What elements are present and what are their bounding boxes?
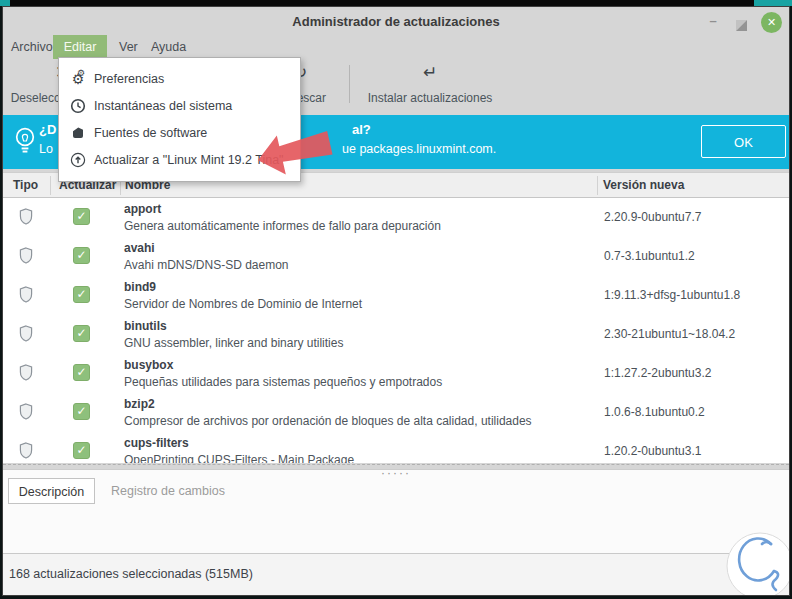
security-shield-icon — [19, 325, 33, 346]
install-updates-button[interactable]: ↵ Instalar actualizaciones — [360, 61, 500, 111]
maximize-button[interactable] — [736, 17, 747, 28]
table-row[interactable]: bind9 Servidor de Nombres de Dominio de … — [3, 276, 789, 315]
software-sources-icon — [69, 124, 87, 142]
ok-button[interactable]: OK — [701, 125, 786, 158]
pane-splitter[interactable] — [3, 464, 789, 465]
update-checkbox[interactable] — [73, 364, 90, 381]
selected-updates-status: 168 actualizaciones seleccionadas (515MB… — [9, 567, 253, 581]
menuitem-instantaneas-del-sistema[interactable]: Instantáneas del sistema — [59, 92, 300, 119]
update-checkbox[interactable] — [73, 247, 90, 264]
package-description: OpenPrinting CUPS-Filters - Main Package — [124, 453, 354, 463]
close-button[interactable]: ✕ — [761, 12, 782, 33]
security-shield-icon — [19, 208, 33, 229]
toolbar-separator — [349, 65, 350, 103]
table-row[interactable]: bzip2 Compresor de archivos por ordenaci… — [3, 393, 789, 432]
package-description: Avahi mDNS/DNS-SD daemon — [124, 258, 289, 272]
package-description: Pequeñas utilidades para sistemas pequeñ… — [124, 375, 442, 389]
security-shield-icon — [19, 403, 33, 424]
package-name: bzip2 — [124, 397, 155, 411]
security-shield-icon — [19, 442, 33, 463]
package-new-version: 1.0.6-8.1ubuntu0.2 — [604, 405, 705, 419]
menu-ayuda[interactable]: Ayuda — [143, 35, 194, 59]
upgrade-arrow-icon — [69, 151, 87, 169]
update-manager-window: Administrador de actualizaciones – ✕ Arc… — [2, 6, 790, 596]
splitter-grip-dots[interactable]: ····· — [3, 468, 789, 478]
update-checkbox[interactable] — [73, 403, 90, 420]
infobar-body-fragment-right: ue packages.linuxmint.com. — [342, 142, 496, 156]
table-row[interactable]: binutils GNU assembler, linker and binar… — [3, 315, 789, 354]
details-panel: ····· Descripción Registro de cambios — [3, 469, 789, 553]
infobar-body-fragment-left: Lo — [39, 142, 53, 156]
updates-list: apport Genera automáticamente informes d… — [3, 198, 789, 463]
package-name: apport — [124, 202, 161, 216]
minimize-button[interactable]: – — [703, 11, 723, 31]
update-checkbox[interactable] — [73, 208, 90, 225]
package-description: Compresor de archivos por ordenación de … — [124, 414, 532, 428]
security-shield-icon — [19, 247, 33, 268]
screenshot-stage: Administrador de actualizaciones – ✕ Arc… — [0, 0, 792, 599]
package-new-version: 0.7-3.1ubuntu1.2 — [604, 249, 695, 263]
package-name: cups-filters — [124, 436, 189, 450]
package-new-version: 1:1.27.2-2ubuntu3.2 — [604, 366, 711, 380]
infobar-title-fragment-left: ¿D — [39, 122, 56, 137]
security-shield-icon — [19, 286, 33, 307]
window-title: Administrador de actualizaciones — [3, 14, 789, 29]
update-checkbox[interactable] — [73, 442, 90, 459]
col-tipo[interactable]: Tipo — [13, 178, 38, 192]
package-name: avahi — [124, 241, 155, 255]
menu-editar[interactable]: Editar — [53, 35, 107, 59]
package-new-version: 1.20.2-0ubuntu3.1 — [604, 444, 701, 458]
header-separator — [597, 176, 598, 195]
tab-registro-de-cambios[interactable]: Registro de cambios — [95, 478, 241, 504]
update-checkbox[interactable] — [73, 325, 90, 342]
package-new-version: 2.20.9-0ubuntu7.7 — [604, 210, 701, 224]
menu-ver[interactable]: Ver — [111, 35, 146, 59]
menuitem-preferencias[interactable]: ⚙⚙ Preferencias — [59, 65, 300, 92]
security-shield-icon — [19, 364, 33, 385]
table-row[interactable]: busybox Pequeñas utilidades para sistema… — [3, 354, 789, 393]
package-new-version: 2.30-21ubuntu1~18.04.2 — [604, 327, 735, 341]
statusbar: 168 actualizaciones seleccionadas (515MB… — [3, 553, 789, 595]
package-description: GNU assembler, linker and binary utiliti… — [124, 336, 343, 350]
tab-descripcion[interactable]: Descripción — [8, 478, 95, 504]
table-row[interactable]: cups-filters OpenPrinting CUPS-Filters -… — [3, 432, 789, 463]
package-name: busybox — [124, 358, 173, 372]
preferences-gears-icon: ⚙⚙ — [69, 70, 87, 88]
table-row[interactable]: apport Genera automáticamente informes d… — [3, 198, 789, 237]
package-description: Servidor de Nombres de Dominio de Intern… — [124, 297, 362, 311]
header-separator — [50, 176, 51, 195]
package-new-version: 1:9.11.3+dfsg-1ubuntu1.8 — [604, 288, 740, 302]
bulb-watermark-icon — [725, 531, 790, 596]
system-snapshots-clock-icon — [69, 97, 87, 115]
update-checkbox[interactable] — [73, 286, 90, 303]
install-arrow-icon: ↵ — [360, 63, 500, 83]
table-row[interactable]: avahi Avahi mDNS/DNS-SD daemon 0.7-3.1ub… — [3, 237, 789, 276]
lightbulb-icon — [12, 126, 38, 158]
package-description: Genera automáticamente informes de fallo… — [124, 219, 441, 233]
col-version-nueva[interactable]: Versión nueva — [603, 178, 684, 192]
titlebar[interactable]: Administrador de actualizaciones – ✕ — [3, 7, 789, 35]
package-name: bind9 — [124, 280, 156, 294]
package-name: binutils — [124, 319, 167, 333]
solvetic-watermark-logo — [725, 531, 790, 596]
infobar-title-fragment-right: al? — [352, 122, 371, 137]
maximize-icon — [736, 20, 747, 31]
